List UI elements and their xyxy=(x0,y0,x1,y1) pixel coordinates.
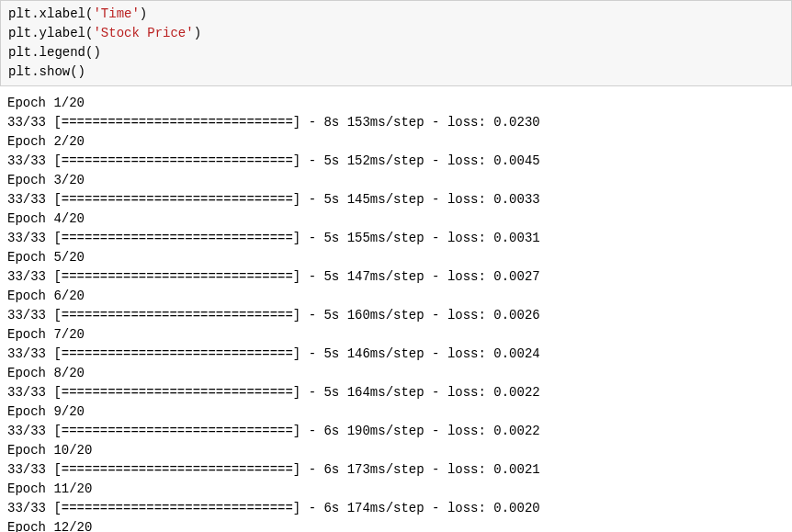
epoch-header: Epoch 11/20 xyxy=(7,480,785,499)
code-line: plt.legend() xyxy=(8,43,784,62)
epoch-progress: 33/33 [==============================] -… xyxy=(7,190,785,209)
epoch-progress: 33/33 [==============================] -… xyxy=(7,422,785,441)
epoch-progress: 33/33 [==============================] -… xyxy=(7,267,785,287)
epoch-header: Epoch 10/20 xyxy=(7,441,785,460)
code-line: plt.ylabel('Stock Price') xyxy=(8,24,784,43)
epoch-block: Epoch 1/20 33/33 [======================… xyxy=(7,94,785,132)
epoch-progress: 33/33 [==============================] -… xyxy=(7,499,785,518)
epoch-header: Epoch 2/20 xyxy=(7,132,785,152)
code-line: plt.xlabel('Time') xyxy=(8,5,784,24)
code-line: plt.show() xyxy=(8,62,784,82)
code-cell[interactable]: plt.xlabel('Time') plt.ylabel('Stock Pri… xyxy=(0,0,792,86)
epoch-block: Epoch 2/20 33/33 [======================… xyxy=(7,132,785,171)
code-paren: ) xyxy=(194,26,201,40)
epoch-block: Epoch 9/20 33/33 [======================… xyxy=(7,402,785,441)
epoch-progress: 33/33 [==============================] -… xyxy=(7,152,785,171)
code-string: 'Time' xyxy=(93,6,139,21)
code-fn: plt.xlabel( xyxy=(8,6,93,21)
epoch-progress: 33/33 [==============================] -… xyxy=(7,113,785,132)
epoch-block: Epoch 4/20 33/33 [======================… xyxy=(7,209,785,248)
epoch-progress: 33/33 [==============================] -… xyxy=(7,345,785,364)
epoch-block: Epoch 5/20 33/33 [======================… xyxy=(7,248,785,287)
epoch-header: Epoch 9/20 xyxy=(7,402,785,422)
epoch-progress: 33/33 [==============================] -… xyxy=(7,383,785,402)
epoch-block: Epoch 10/20 33/33 [=====================… xyxy=(7,441,785,480)
code-string: 'Stock Price' xyxy=(93,26,193,40)
epoch-header: Epoch 1/20 xyxy=(7,94,785,113)
epoch-header: Epoch 12/20 xyxy=(7,518,785,532)
code-fn: plt.ylabel( xyxy=(8,26,93,40)
epoch-progress: 33/33 [==============================] -… xyxy=(7,229,785,248)
epoch-header: Epoch 3/20 xyxy=(7,171,785,190)
epoch-progress: 33/33 [==============================] -… xyxy=(7,460,785,480)
epoch-block: Epoch 11/20 33/33 [=====================… xyxy=(7,480,785,518)
epoch-header: Epoch 7/20 xyxy=(7,325,785,345)
epoch-header: Epoch 6/20 xyxy=(7,287,785,306)
epoch-header: Epoch 5/20 xyxy=(7,248,785,267)
epoch-block: Epoch 12/20 xyxy=(7,518,785,532)
epoch-header: Epoch 4/20 xyxy=(7,209,785,229)
epoch-block: Epoch 7/20 33/33 [======================… xyxy=(7,325,785,364)
epoch-block: Epoch 6/20 33/33 [======================… xyxy=(7,287,785,325)
epoch-progress: 33/33 [==============================] -… xyxy=(7,306,785,325)
output-area: Epoch 1/20 33/33 [======================… xyxy=(0,86,792,532)
epoch-block: Epoch 3/20 33/33 [======================… xyxy=(7,171,785,209)
epoch-block: Epoch 8/20 33/33 [======================… xyxy=(7,364,785,402)
epoch-header: Epoch 8/20 xyxy=(7,364,785,383)
code-paren: ) xyxy=(140,6,147,21)
